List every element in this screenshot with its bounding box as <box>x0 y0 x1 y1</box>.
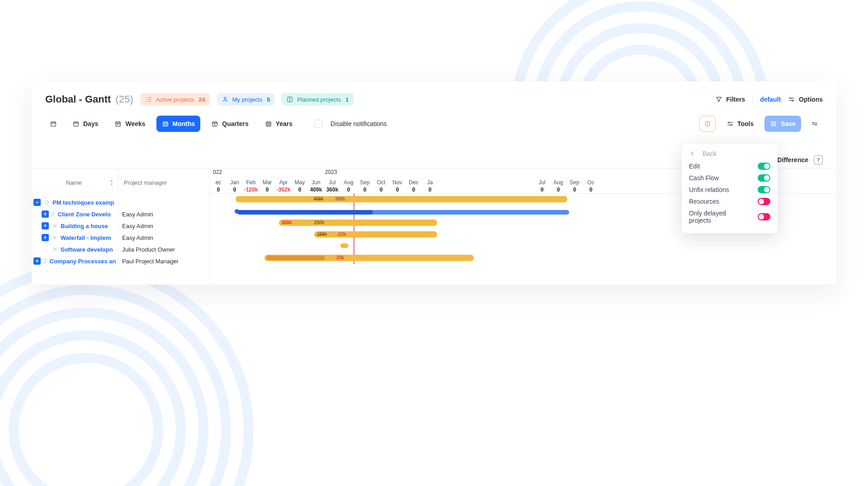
chip-active-projects[interactable]: Active projects 24 <box>141 93 210 106</box>
cash-cell: 0 <box>583 186 599 193</box>
left-rows: −PM techniques examp+2Client Zone Develo… <box>32 196 210 267</box>
save-button[interactable]: Save <box>764 116 801 132</box>
calendar-day-icon <box>72 120 80 127</box>
default-filter-link[interactable]: default <box>760 96 781 103</box>
expand-icon[interactable]: + <box>42 234 49 241</box>
list-icon <box>145 96 152 103</box>
table-row[interactable]: +✕Building a houseEasy Admin <box>32 220 210 232</box>
left-columns-header: Name ▲▼ Project manager <box>32 168 210 196</box>
svg-point-6 <box>0 313 203 486</box>
user-icon <box>222 96 229 103</box>
month-cell: Sep <box>357 177 373 186</box>
dropdown-back[interactable]: Back <box>689 150 770 157</box>
calendar-plain-button[interactable] <box>45 116 61 132</box>
expand-icon[interactable]: + <box>42 222 49 229</box>
calendar-week-icon <box>114 120 122 127</box>
col-pm-header[interactable]: Project manager <box>118 168 210 196</box>
project-manager-cell: Easy Admin <box>118 211 210 218</box>
svg-point-8 <box>0 267 249 486</box>
month-cell: Feb <box>243 177 259 186</box>
month-cell: Aug <box>550 177 566 186</box>
cash-cell: 0 <box>406 186 422 193</box>
svg-point-5 <box>0 335 181 486</box>
cash-cell: 0 <box>566 186 583 193</box>
cash-cell: 0 <box>534 186 550 193</box>
toggle-delayed-row: Only delayed projects <box>689 210 770 224</box>
days-button[interactable]: Days <box>67 116 104 132</box>
bar-building-house[interactable]: 160k 250k <box>279 220 437 226</box>
cash-cell: 0 <box>357 186 373 193</box>
project-name[interactable]: Client Zone Develo <box>58 211 111 218</box>
years-button[interactable]: Years <box>259 116 298 132</box>
month-cell: Jul <box>534 177 550 186</box>
cash-cell: 0 <box>422 186 438 193</box>
row-count-badge: 2 <box>43 257 47 265</box>
project-name[interactable]: Waterfall - Implem <box>61 234 111 241</box>
chip-planned-projects[interactable]: Planned projects 1 <box>282 93 353 106</box>
table-row[interactable]: +2Company Processes anPaul Project Manag… <box>32 255 210 267</box>
month-cell: Sep <box>566 177 583 186</box>
separator <box>752 96 753 103</box>
toggle-cash[interactable] <box>758 174 770 182</box>
project-manager-cell: Paul Project Manager <box>118 258 210 265</box>
toggle-edit[interactable] <box>758 163 770 170</box>
cash-cell: 0 <box>389 186 406 193</box>
x-icon: ✕ <box>52 234 58 241</box>
col-name-header[interactable]: Name ▲▼ <box>32 168 118 196</box>
quarters-button[interactable]: Quarters <box>206 116 254 132</box>
bar-waterfall[interactable]: 159k -22k <box>314 231 437 238</box>
table-row[interactable]: +✕Waterfall - ImplemEasy Admin <box>32 232 210 243</box>
difference-help-icon[interactable]: ? <box>814 155 823 164</box>
project-name[interactable]: Company Processes an <box>50 258 116 265</box>
bar-software-dev[interactable] <box>340 243 349 248</box>
disable-notifications-checkbox[interactable] <box>314 120 322 128</box>
save-icon <box>770 120 777 127</box>
info-button[interactable] <box>699 116 716 132</box>
project-name[interactable]: PM techniques examp <box>52 199 114 206</box>
svg-point-7 <box>0 290 226 486</box>
chip-my-projects[interactable]: My projects 5 <box>217 93 275 106</box>
cash-cell: 0 <box>210 186 226 193</box>
expand-icon[interactable]: + <box>42 210 49 218</box>
toggle-unfix[interactable] <box>758 186 770 193</box>
left-columns: Name ▲▼ Project manager −PM techniques e… <box>32 168 210 285</box>
toggle-resources-label: Resources <box>689 198 719 205</box>
project-name[interactable]: Software developn <box>61 246 113 253</box>
today-line <box>354 194 354 264</box>
cash-cell: 360k <box>324 186 340 193</box>
month-cell: Mar <box>259 177 275 186</box>
cash-cell: 0 <box>340 186 357 193</box>
cash-cell: 0 <box>373 186 389 193</box>
expand-icon[interactable]: + <box>33 257 41 265</box>
info-icon <box>704 120 711 127</box>
toolbar: Days Weeks Months Quarters Years <box>32 106 836 132</box>
project-manager-cell: Julia Product Owner <box>118 246 210 253</box>
tools-dropdown: Back Edit Cash Flow Unfix relations Reso… <box>682 144 778 233</box>
table-row[interactable]: ✕Software developnJulia Product Owner <box>32 243 210 255</box>
toggle-edit-label: Edit <box>689 163 700 170</box>
filters-button[interactable]: Filters <box>715 96 745 103</box>
overflow-settings-button[interactable] <box>807 116 823 132</box>
month-cell: Dec <box>406 177 422 186</box>
bar-pm-techniques[interactable]: 409k 380k <box>236 196 567 202</box>
cash-cell: -352k <box>275 186 292 193</box>
weeks-button[interactable]: Weeks <box>109 116 151 132</box>
toggle-unfix-row: Unfix relations <box>689 186 770 193</box>
month-cell: ec <box>210 177 226 186</box>
months-button[interactable]: Months <box>156 116 201 132</box>
collapse-icon[interactable]: − <box>33 199 41 206</box>
toggle-resources[interactable] <box>758 198 770 205</box>
bar-company-processes[interactable]: -20k <box>264 255 474 261</box>
table-row[interactable]: +2Client Zone DeveloEasy Admin <box>32 208 210 220</box>
project-manager-cell: Easy Admin <box>118 234 210 241</box>
svg-rect-15 <box>74 122 79 126</box>
toggle-delayed[interactable] <box>758 213 770 220</box>
header-row: Global - Gantt (25) Active projects 24 M… <box>32 81 836 106</box>
svg-point-9 <box>224 97 226 99</box>
options-button[interactable]: Options <box>788 96 823 103</box>
project-name[interactable]: Building a house <box>61 223 108 229</box>
table-row[interactable]: −PM techniques examp <box>32 196 210 208</box>
difference-label[interactable]: Difference <box>778 156 808 164</box>
tools-button[interactable]: Tools <box>721 116 759 132</box>
sort-icon: ▲▼ <box>110 178 113 187</box>
